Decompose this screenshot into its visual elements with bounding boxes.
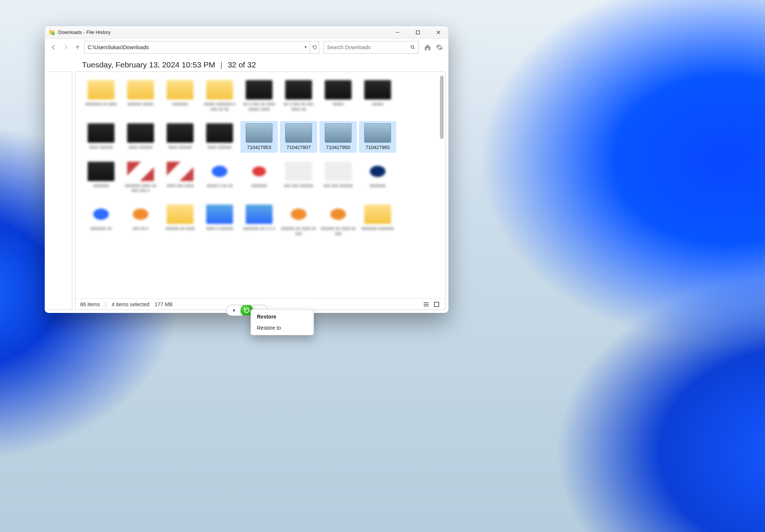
- list-item[interactable]: xxxxxxx xxxxxxx: [359, 202, 396, 239]
- address-bar[interactable]: C:\Users\lukas\Downloads ▾: [84, 41, 310, 54]
- list-item[interactable]: xxxxxxx: [359, 159, 396, 196]
- file-name: 710427853: [247, 145, 271, 151]
- list-item[interactable]: xxx xx x: [122, 202, 159, 239]
- scrollbar-thumb[interactable]: [440, 76, 444, 139]
- list-item[interactable]: xxxx xxxxxx: [201, 121, 238, 153]
- svg-rect-4: [434, 302, 439, 307]
- menu-item-restore-to[interactable]: Restore to: [251, 322, 314, 333]
- maximize-button[interactable]: [407, 26, 428, 39]
- list-item[interactable]: xxxxxx xxxxx: [122, 78, 159, 114]
- previous-version-button[interactable]: [226, 305, 240, 316]
- file-grid: xxxxxxx xx xxxx xxxxxx xxxxx xxxxxxx xxx…: [82, 78, 436, 239]
- list-item[interactable]: xxxxxx xx xxxx xx xxx: [280, 202, 317, 239]
- file-grid-scroll[interactable]: xxxxxxx xx xxxx xxxxxx xxxxx xxxxxxx xxx…: [76, 72, 445, 298]
- list-item[interactable]: xxxxxx xx xxxx: [161, 202, 199, 239]
- list-item[interactable]: xxxxxxx xx x x x: [240, 202, 278, 239]
- file-name: 710427965: [365, 145, 390, 151]
- menu-item-restore[interactable]: Restore: [251, 311, 314, 322]
- minimize-button[interactable]: [387, 26, 407, 39]
- file-name: 710427907: [286, 145, 311, 151]
- list-item-selected[interactable]: 710427853: [240, 121, 278, 153]
- details-view-button[interactable]: [422, 300, 430, 308]
- list-item[interactable]: xxx xxx xxxxxx: [319, 159, 357, 196]
- search-icon[interactable]: [410, 45, 415, 50]
- status-divider: |: [105, 301, 107, 307]
- list-item[interactable]: xxxx xxxxxx: [122, 121, 159, 153]
- up-button[interactable]: [72, 42, 83, 53]
- list-item-selected[interactable]: 710427965: [359, 121, 396, 153]
- list-item[interactable]: xxxx xxxxxx: [82, 121, 120, 153]
- photo-thumb: [285, 123, 312, 143]
- address-dropdown-icon[interactable]: ▾: [305, 45, 307, 50]
- list-item[interactable]: xx x xxx xx xxxx xxxxx xxxx: [240, 78, 278, 114]
- toolbar: C:\Users\lukas\Downloads ▾: [45, 39, 448, 56]
- svg-rect-1: [396, 32, 399, 32]
- list-item[interactable]: xxxxxx xx xxxx xx xxx: [319, 202, 357, 239]
- list-item[interactable]: xxxxxxx: [240, 159, 278, 196]
- address-path: C:\Users\lukas\Downloads: [88, 44, 149, 50]
- file-history-window: Downloads - File History C:\Users\lukas\…: [45, 26, 448, 313]
- settings-button[interactable]: [434, 42, 445, 53]
- list-item[interactable]: xxxxx: [319, 78, 357, 114]
- refresh-button[interactable]: [310, 41, 319, 54]
- list-item[interactable]: xxxx xxxxxx: [161, 121, 199, 153]
- list-item[interactable]: xxxxxxx: [161, 78, 199, 114]
- snapshot-page-index: 32 of 32: [228, 60, 256, 69]
- back-button[interactable]: [48, 42, 59, 53]
- list-item[interactable]: xxxxxxx xxxx xx xxx xxx x: [122, 159, 159, 196]
- sidebar-sliver: [46, 72, 72, 310]
- status-selection: 4 items selected: [112, 301, 149, 307]
- photo-thumb: [364, 123, 391, 143]
- list-item[interactable]: xxxxx x xx xx: [201, 159, 238, 196]
- list-item[interactable]: xx x xxx xx xxx xxxx xx: [280, 78, 317, 114]
- list-item[interactable]: xxxx xxx xxxx: [161, 159, 199, 196]
- app-folder-icon: [48, 29, 55, 36]
- file-pane: xxxxxxx xx xxxx xxxxxx xxxxx xxxxxxx xxx…: [75, 72, 446, 310]
- vertical-scrollbar[interactable]: [439, 74, 444, 296]
- photo-thumb: [325, 123, 352, 143]
- list-item-selected[interactable]: 710427950: [319, 121, 357, 153]
- list-item[interactable]: xxxx x xxxxxx: [201, 202, 238, 239]
- list-item[interactable]: xxx xxx xxxxxx: [280, 159, 317, 196]
- content-area: xxxxxxx xx xxxx xxxxxx xxxxx xxxxxxx xxx…: [45, 72, 448, 313]
- list-item[interactable]: xxxxxxx: [82, 159, 120, 196]
- list-item[interactable]: xxxxx: [359, 78, 396, 114]
- snapshot-info: Tuesday, February 13, 2024 10:53 PM | 32…: [45, 56, 448, 72]
- search-box[interactable]: [324, 41, 419, 54]
- home-button[interactable]: [422, 42, 433, 53]
- list-item-selected[interactable]: 710427907: [280, 121, 317, 153]
- info-separator: |: [220, 60, 222, 69]
- list-item[interactable]: xxxxxxx xx xxxx: [82, 78, 120, 114]
- list-item[interactable]: xxxxx xxxxxxx x xxx xx xx: [201, 78, 238, 114]
- photo-thumb: [246, 123, 273, 143]
- close-button[interactable]: [428, 26, 448, 39]
- file-name: 710427950: [326, 145, 350, 151]
- titlebar[interactable]: Downloads - File History: [45, 26, 448, 39]
- window-title: Downloads - File History: [58, 29, 111, 35]
- thumbnails-view-button[interactable]: [432, 300, 441, 308]
- forward-button[interactable]: [60, 42, 71, 53]
- status-item-count: 86 items: [80, 301, 100, 307]
- snapshot-timestamp: Tuesday, February 13, 2024 10:53 PM: [82, 60, 215, 69]
- context-menu: Restore Restore to: [251, 309, 314, 335]
- list-item[interactable]: xxxxxxx xx: [82, 202, 120, 239]
- svg-rect-2: [416, 31, 419, 34]
- status-size: 177 MB: [155, 301, 173, 307]
- search-input[interactable]: [327, 44, 410, 50]
- svg-point-3: [411, 45, 413, 48]
